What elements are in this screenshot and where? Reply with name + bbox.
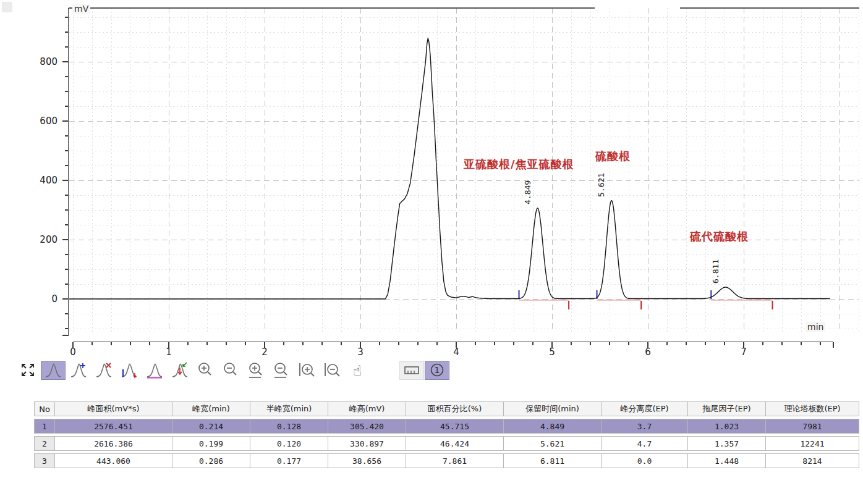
auto-scale-icon [19,361,36,380]
zoom-out-horizontal-button[interactable] [269,361,294,380]
peak-annotation-label: 亚硫酸根/焦亚硫酸根 [464,157,574,172]
chromatography-workstation-window: 800600400200001234567 mV min 亚硫酸根/焦亚硫酸根4… [0,0,863,504]
chart-toolbar: ☝1 [15,361,449,380]
column-header[interactable]: 拖尾因子(EP) [688,401,766,416]
column-header[interactable]: 峰面积(mV*s) [55,401,172,416]
zoom-in-button[interactable] [193,361,218,380]
table-cell[interactable]: 2576.451 [55,419,172,434]
table-row[interactable]: 3443.0600.2860.17738.6567.8616.8110.01.4… [34,453,859,468]
zoom-in-icon [197,361,214,380]
chromatogram-plot[interactable]: 800600400200001234567 [0,0,863,360]
peak-split-icon [171,361,189,380]
table-cell[interactable]: 1.448 [688,453,766,468]
zoom-in-vertical-icon [298,361,315,380]
table-row[interactable]: 12576.4510.2140.128305.42045.7154.8493.7… [34,419,859,434]
auto-scale-button[interactable] [15,361,40,380]
table-cell[interactable]: 1.357 [688,436,766,451]
zoom-out-horizontal-icon [273,361,290,380]
table-cell[interactable]: 38.656 [328,453,406,468]
zoom-out-vertical-button[interactable] [320,361,344,380]
svg-text:400: 400 [40,175,57,186]
zoom-out-vertical-icon [323,361,341,380]
table-cell[interactable]: 4.7 [602,436,688,451]
peak-add-button[interactable] [66,361,91,380]
table-cell[interactable]: 7.861 [406,453,504,468]
zoom-in-horizontal-icon [247,361,265,380]
peak-delete-icon [95,361,113,380]
svg-text:6: 6 [645,346,651,358]
svg-text:7: 7 [741,346,747,358]
svg-text:200: 200 [40,234,57,245]
column-header[interactable]: 峰高(mV) [328,401,406,416]
table-cell[interactable]: 5.621 [504,436,602,451]
table-cell[interactable]: 45.715 [406,419,504,434]
retention-time-label: 6.811 [711,259,721,284]
retention-time-label: 5.621 [597,173,606,197]
pan-hand-button[interactable]: ☝ [345,361,370,380]
peak-annotation-label: 硫酸根 [595,149,631,164]
table-cell[interactable]: 305.420 [328,419,406,434]
peak-results-table[interactable]: No峰面积(mV*s)峰宽(min)半峰宽(min)峰高(mV)面积百分比(%)… [34,399,859,471]
column-header[interactable]: No [34,401,55,416]
column-header[interactable]: 面积百分比(%) [406,401,504,416]
row-number-cell[interactable]: 2 [34,436,55,451]
peak-add-icon [70,361,87,380]
table-cell[interactable]: 3.7 [602,419,688,434]
table-cell[interactable]: 46.424 [406,436,504,451]
svg-text:5: 5 [549,346,555,358]
table-cell[interactable]: 8214 [766,453,859,468]
svg-text:1: 1 [166,346,172,358]
column-header[interactable]: 理论塔板数(EP) [766,401,859,416]
table-cell[interactable]: 1.023 [688,419,766,434]
column-header[interactable]: 峰宽(min) [172,401,250,416]
table-cell[interactable]: 6.811 [504,453,602,468]
chromatogram-panel[interactable]: 800600400200001234567 mV min 亚硫酸根/焦亚硫酸根4… [0,0,863,360]
table-cell[interactable]: 0.286 [172,453,250,468]
table-cell[interactable]: 0.177 [250,453,328,468]
row-number-cell[interactable]: 3 [34,453,55,468]
svg-text:800: 800 [40,56,57,67]
peak-select-button[interactable] [41,361,66,380]
svg-text:1: 1 [435,365,440,375]
table-row[interactable]: 22616.3860.1990.120330.89746.4245.6214.7… [34,436,859,451]
measure-ruler-button[interactable] [399,361,424,380]
table-cell[interactable]: 7981 [766,419,859,434]
zoom-in-horizontal-button[interactable] [244,361,268,380]
table-header-row: No峰面积(mV*s)峰宽(min)半峰宽(min)峰高(mV)面积百分比(%)… [34,401,859,416]
table-cell[interactable]: 0.128 [250,419,328,434]
svg-text:3: 3 [357,346,363,358]
peak-select-icon [45,361,62,380]
zoom-out-button[interactable] [218,361,243,380]
table-cell[interactable]: 4.849 [504,419,602,434]
retention-time-label: 4.849 [523,180,533,204]
overlay-number-1-button[interactable]: 1 [425,361,449,380]
svg-text:4: 4 [453,346,459,358]
peak-delete-button[interactable] [91,361,116,380]
toolbar-spacer [370,361,399,380]
table-cell[interactable]: 0.199 [172,436,250,451]
table-cell[interactable]: 12241 [766,436,859,451]
table-cell[interactable]: 0.214 [172,419,250,434]
peak-split-button[interactable] [168,361,192,380]
svg-text:0: 0 [51,293,57,304]
peak-start-end-button[interactable] [117,361,142,380]
column-header[interactable]: 半峰宽(min) [250,401,328,416]
measure-ruler-icon [403,361,420,380]
zoom-in-vertical-button[interactable] [294,361,319,380]
peak-results-area: No峰面积(mV*s)峰宽(min)半峰宽(min)峰高(mV)面积百分比(%)… [34,399,859,471]
peak-annotation-label: 硫代硫酸根 [690,229,749,244]
y-axis-unit-label: mV [72,4,90,14]
table-cell[interactable]: 0.0 [602,453,688,468]
table-cell[interactable]: 443.060 [55,453,172,468]
table-cell[interactable]: 330.897 [328,436,406,451]
table-cell[interactable]: 0.120 [250,436,328,451]
table-cell[interactable]: 2616.386 [55,436,172,451]
row-number-cell[interactable]: 1 [34,419,55,434]
overlay-number-1-icon: 1 [428,361,446,380]
peak-baseline-icon [146,361,163,380]
column-header[interactable]: 保留时间(min) [504,401,602,416]
svg-text:0: 0 [70,346,76,358]
peak-baseline-button[interactable] [142,361,167,380]
svg-text:600: 600 [40,116,57,127]
column-header[interactable]: 峰分离度(EP) [602,401,688,416]
